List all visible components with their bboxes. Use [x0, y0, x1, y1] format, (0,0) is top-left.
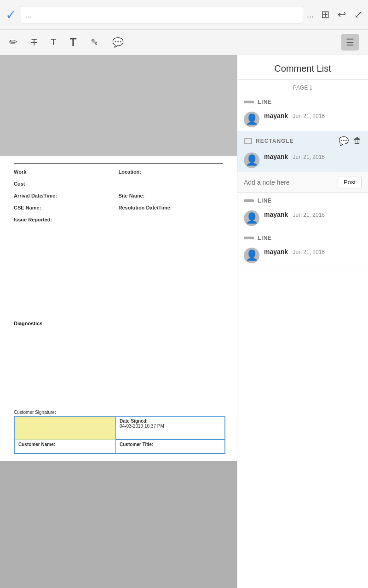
strikethrough-tool[interactable]: T [31, 37, 37, 48]
sig-title-label: Customer Title: [116, 440, 224, 453]
text-tool-large[interactable]: T [70, 36, 77, 49]
highlight-tool[interactable]: ✎ [91, 37, 98, 48]
field-row-work: Work Location: [14, 167, 223, 175]
comment-panel: Comment List PAGE 1 LINE 👤 mayank Jun 21… [237, 55, 368, 588]
section-header-left-1: RECTANGLE [244, 138, 294, 144]
comment-section-0: LINE 👤 mayank Jun 21, 2016 [237, 94, 368, 131]
field-cse: CSE Name: [14, 203, 119, 211]
comment-entry-2-0: 👤 mayank Jun 21, 2016 [237, 207, 368, 230]
comment-section-1: RECTANGLE 💬 🗑 👤 mayank Jun 21, 2016 [237, 131, 368, 193]
field-sitename: Site Name: [119, 191, 224, 199]
sig-date-label: Date Signed: [120, 418, 221, 424]
comment-action-icon[interactable]: 💬 [339, 136, 349, 146]
field-cust: Cust [14, 179, 223, 187]
comment-entry-1-0: 👤 mayank Jun 21, 2016 [237, 149, 368, 172]
section-header-left-3: LINE [244, 235, 272, 241]
main-layout: Work Location: Cust Arrival Date/Time: S… [0, 55, 368, 588]
comment-meta-1-0: mayank Jun 21, 2016 [264, 153, 362, 161]
top-bar-actions: ⊞ ↩ ⤢ [321, 9, 362, 21]
arrival-label: Arrival Date/Time: [14, 193, 57, 198]
title-input[interactable] [21, 6, 303, 23]
section-header-3: LINE [237, 230, 368, 244]
section-header-0: LINE [237, 94, 368, 108]
field-row-issue: Issue Reported: [14, 215, 223, 223]
field-arrival: Arrival Date/Time: [14, 191, 119, 199]
page-label: PAGE 1 [237, 80, 368, 94]
comment-author-0-0: mayank [264, 112, 288, 119]
comment-author-2-0: mayank [264, 211, 288, 218]
grid-icon[interactable]: ⊞ [321, 9, 329, 21]
section-type-label-0: LINE [258, 99, 272, 105]
doc-footer-image [0, 461, 237, 553]
avatar-3-0: 👤 [244, 248, 259, 263]
signature-section: Customer Signature: Date Signed: 04-03-2… [14, 410, 223, 454]
comment-entry-3-0: 👤 mayank Jun 21, 2016 [237, 244, 368, 267]
comment-author-1-0: mayank [264, 153, 288, 160]
doc-header-image [0, 55, 237, 156]
work-label: Work [14, 169, 26, 175]
avatar-person-icon-1: 👤 [246, 155, 258, 165]
dots-label: ... [307, 10, 314, 20]
signature-section-label: Customer Signature: [14, 410, 223, 415]
section-header-left-2: LINE [244, 198, 272, 204]
comment-tool[interactable]: 💬 [112, 37, 124, 48]
comment-meta-3-0: mayank Jun 21, 2016 [264, 248, 362, 256]
comment-section-3: LINE 👤 mayank Jun 21, 2016 [237, 230, 368, 267]
comment-entry-0-0: 👤 mayank Jun 21, 2016 [237, 108, 368, 131]
resolution-label: Resolution Date/Time: [119, 205, 172, 210]
field-work: Work [14, 167, 119, 175]
section-actions-1: 💬 🗑 [339, 136, 362, 146]
text-tool-small[interactable]: T [51, 37, 56, 47]
doc-spacer-2 [14, 327, 223, 410]
sig-row-2: Customer Name: Customer Title: [15, 440, 224, 453]
avatar-2-0: 👤 [244, 210, 259, 226]
doc-spacer-1 [14, 227, 223, 319]
avatar-person-icon: 👤 [246, 114, 258, 124]
comment-date-1-0: Jun 21, 2016 [293, 154, 325, 160]
comment-date-3-0: Jun 21, 2016 [293, 249, 325, 255]
comment-date-0-0: Jun 21, 2016 [293, 113, 325, 119]
comment-section-2: LINE 👤 mayank Jun 21, 2016 [237, 193, 368, 230]
avatar-0-0: 👤 [244, 112, 259, 127]
line-icon-2 [244, 199, 254, 202]
field-resolution: Resolution Date/Time: [119, 203, 224, 211]
diagnostics-label: Diagnostics [14, 321, 42, 326]
line-icon-3 [244, 237, 254, 239]
field-row-cust: Cust [14, 179, 223, 187]
section-header-left-0: LINE [244, 99, 272, 105]
issue-label: Issue Reported: [14, 217, 52, 222]
undo-icon[interactable]: ↩ [338, 9, 346, 21]
section-type-label-3: LINE [258, 235, 272, 241]
avatar-1-0: 👤 [244, 153, 259, 168]
comment-date-2-0: Jun 21, 2016 [293, 212, 325, 218]
field-issue: Issue Reported: [14, 215, 223, 223]
comment-meta-0-0: mayank Jun 21, 2016 [264, 112, 362, 120]
section-header-1: RECTANGLE 💬 🗑 [237, 131, 368, 149]
avatar-person-icon-2: 👤 [246, 213, 258, 223]
sig-date-area: Date Signed: 04-03-2019 10:37 PM [116, 417, 224, 440]
section-type-label-2: LINE [258, 198, 272, 204]
comment-author-3-0: mayank [264, 248, 288, 255]
top-bar: ✓ ... ⊞ ↩ ⤢ [0, 0, 368, 30]
note-input-row: Post [237, 172, 368, 192]
list-tool[interactable]: ☰ [341, 34, 359, 51]
sig-row-1: Date Signed: 04-03-2019 10:37 PM [15, 417, 224, 440]
post-button[interactable]: Post [338, 176, 362, 188]
comment-panel-title: Comment List [237, 55, 368, 80]
cust-label: Cust [14, 181, 25, 187]
sig-name-label: Customer Name: [15, 440, 116, 453]
field-row-arrival: Arrival Date/Time: Site Name: [14, 191, 223, 199]
rect-icon-1 [244, 138, 252, 144]
comment-meta-2-0: mayank Jun 21, 2016 [264, 210, 362, 219]
note-input[interactable] [244, 177, 333, 188]
check-button[interactable]: ✓ [6, 7, 16, 23]
doc-content: Work Location: Cust Arrival Date/Time: S… [0, 156, 237, 461]
pen-tool[interactable]: ✏ [9, 36, 17, 48]
section-header-2: LINE [237, 193, 368, 207]
field-location: Location: [119, 167, 224, 175]
sig-yellow-area [15, 417, 116, 440]
delete-action-icon[interactable]: 🗑 [353, 136, 362, 146]
field-row-cse: CSE Name: Resolution Date/Time: [14, 203, 223, 211]
share-icon[interactable]: ⤢ [354, 9, 362, 21]
sig-date-value: 04-03-2019 10:37 PM [120, 424, 221, 429]
